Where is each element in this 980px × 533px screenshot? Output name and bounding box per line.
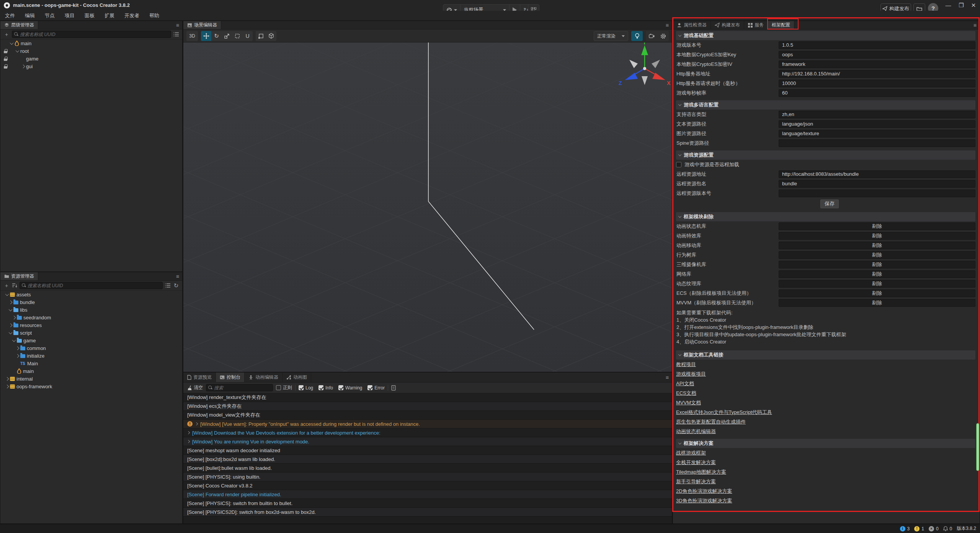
section-header[interactable]: 框架模块剔除 [676, 212, 975, 221]
console-tab-控制台[interactable]: 控制台 [216, 373, 245, 382]
status-error-counter[interactable]: × 0 [929, 526, 939, 531]
inspector-tab-服务[interactable]: 服务 [744, 21, 768, 29]
assets-node-assets[interactable]: assets [0, 291, 182, 298]
filter-Error[interactable]: Error [368, 385, 385, 391]
minimize-button[interactable]: — [942, 0, 954, 11]
assets-node-libs[interactable]: libs [0, 306, 182, 314]
console-log-row[interactable]: [Scene] Cocos Creator v3.8.2 [183, 481, 672, 490]
log-file-icon[interactable] [391, 385, 396, 391]
chevron-down-icon[interactable] [9, 307, 13, 311]
panel-menu-icon[interactable]: ≡ [666, 21, 669, 29]
console-tab-动画编辑器[interactable]: 动画编辑器 [245, 373, 283, 382]
chevron-right-icon[interactable] [5, 384, 9, 388]
expand-chevron-icon[interactable] [187, 431, 190, 434]
axis-gizmo[interactable]: Y X Z [614, 43, 672, 97]
solution-link[interactable]: 3D角色扮演游戏解决方案 [676, 497, 732, 504]
inspector-tab-构建发布[interactable]: 构建发布 [711, 21, 744, 29]
assets-node-oops-framework[interactable]: oops-framework [0, 383, 182, 390]
solution-link[interactable]: 新手引导解决方案 [676, 478, 716, 485]
scene-settings-button[interactable] [657, 31, 669, 41]
menu-扩展[interactable]: 扩展 [100, 11, 119, 21]
status-notifications[interactable]: 0 [943, 526, 952, 531]
scene-viewport[interactable]: Y X Z [183, 43, 672, 372]
menu-开发者[interactable]: 开发者 [119, 11, 144, 21]
move-tool-button[interactable] [201, 31, 211, 41]
input-游戏每秒帧率[interactable] [779, 89, 975, 97]
doc-link[interactable]: Excel格式转Json文件与TypeScript代码工具 [676, 409, 772, 416]
section-header[interactable]: 框架解决方案 [676, 439, 975, 448]
console-log-row[interactable]: [Scene] [PHYSICS]: using builtin. [183, 473, 672, 481]
maximize-button[interactable]: ❐ [956, 0, 967, 11]
assets-node-bundle[interactable]: bundle [0, 298, 182, 306]
tab-scene-editor[interactable]: 场景编辑器 [183, 21, 221, 29]
console-log-row[interactable]: [Window] You are running Vue in developm… [183, 437, 672, 446]
solution-link[interactable]: 全栈开发解决方案 [676, 459, 716, 466]
doc-link[interactable]: 动画状态机编辑器 [676, 428, 716, 435]
input-远程资源版本号[interactable] [779, 190, 975, 197]
input-本地数据CryptoES加密IV[interactable] [779, 60, 975, 68]
input-游戏版本号[interactable] [779, 41, 975, 49]
console-log-row[interactable]: [Scene] [PHYSICS2D]: switch from box2d-w… [183, 508, 672, 517]
console-search-input[interactable] [214, 385, 271, 391]
status-info-counter[interactable]: i 3 [900, 526, 910, 531]
remote-load-checkbox-row[interactable]: 游戏中资源是否远程加载 [676, 160, 975, 169]
collapse-list-icon[interactable] [165, 283, 171, 288]
expand-chevron-icon[interactable] [195, 422, 198, 425]
doc-link[interactable]: 游戏模板项目 [676, 371, 706, 378]
console-log-row[interactable]: [Window] render_texture文件夹存在 [183, 393, 672, 402]
remove-module-button[interactable]: 剔除 [779, 251, 975, 259]
input-支持语言类型[interactable] [779, 111, 975, 118]
remove-module-button[interactable]: 剔除 [779, 232, 975, 240]
chevron-down-icon[interactable] [12, 338, 16, 342]
section-header[interactable]: 游戏基础配置 [676, 31, 975, 40]
doc-link[interactable]: MVVM文档 [676, 399, 701, 406]
console-search-box[interactable] [206, 384, 273, 391]
console-log-row[interactable]: [Scene] [bullet]:bullet wasm lib loaded. [183, 464, 672, 473]
tab-hierarchy[interactable]: 层级管理器 [0, 21, 38, 29]
input-Http服务器请求超时（毫秒）[interactable] [779, 80, 975, 87]
coordinate-space-button[interactable] [266, 31, 276, 41]
assets-node-game[interactable]: game [0, 337, 182, 344]
rect-tool-button[interactable] [232, 31, 242, 41]
assets-search-box[interactable] [20, 282, 163, 289]
sort-icon[interactable] [12, 283, 17, 288]
hierarchy-node-gui[interactable]: gui [0, 62, 182, 70]
expand-chevron-icon[interactable] [187, 440, 190, 443]
chevron-down-icon[interactable] [16, 49, 20, 52]
input-本地数据CryptoES加密Key[interactable] [779, 51, 975, 59]
close-button[interactable]: ✕ [968, 0, 979, 11]
assets-node-script[interactable]: script [0, 329, 182, 337]
panel-menu-icon[interactable]: ≡ [666, 373, 669, 383]
assets-node-initialize[interactable]: initialize [0, 352, 182, 360]
save-button[interactable]: 保存 [820, 199, 839, 208]
remove-module-button[interactable]: 剔除 [779, 280, 975, 288]
assets-node-common[interactable]: common [0, 344, 182, 352]
filter-Warning[interactable]: Warning [338, 385, 362, 391]
console-tab-动画图[interactable]: 动画图 [283, 373, 311, 382]
toggle-3d-button[interactable]: 3D [186, 31, 198, 41]
assets-node-seedrandom[interactable]: seedrandom [0, 314, 182, 321]
hierarchy-node-main[interactable]: main [0, 39, 182, 47]
panel-menu-icon[interactable]: ≡ [176, 272, 179, 281]
checkbox-checked-icon[interactable] [299, 385, 304, 390]
console-log-row[interactable]: [Scene] [box2d]:box2d wasm lib loaded. [183, 455, 672, 464]
console-log-row[interactable]: [Scene] Forward render pipeline initiali… [183, 490, 672, 499]
hierarchy-node-game[interactable]: game [0, 55, 182, 62]
menu-面板[interactable]: 面板 [80, 11, 100, 21]
console-log-row[interactable]: [Scene] meshopt wasm decoder initialized [183, 446, 672, 455]
remove-module-button[interactable]: 剔除 [779, 299, 975, 307]
chevron-right-icon[interactable] [9, 300, 13, 304]
input-Spine资源路径[interactable] [779, 139, 975, 147]
solution-link[interactable]: Tiledmap地图解决方案 [676, 469, 726, 476]
section-header[interactable]: 游戏资源配置 [676, 150, 975, 160]
doc-link[interactable]: ECS文档 [676, 390, 696, 397]
panel-menu-icon[interactable]: ≡ [176, 21, 179, 29]
hierarchy-search-input[interactable] [20, 32, 169, 37]
doc-link[interactable]: API文档 [676, 380, 694, 387]
status-warning-counter[interactable]: ! 1 [914, 526, 924, 531]
tab-assets[interactable]: 资源管理器 [0, 272, 38, 280]
input-远程资源地址[interactable] [779, 170, 975, 178]
scene-camera-button[interactable] [646, 31, 657, 41]
console-tab-资源预览[interactable]: 资源预览 [183, 373, 216, 382]
regex-toggle[interactable]: 正则 [276, 384, 292, 391]
